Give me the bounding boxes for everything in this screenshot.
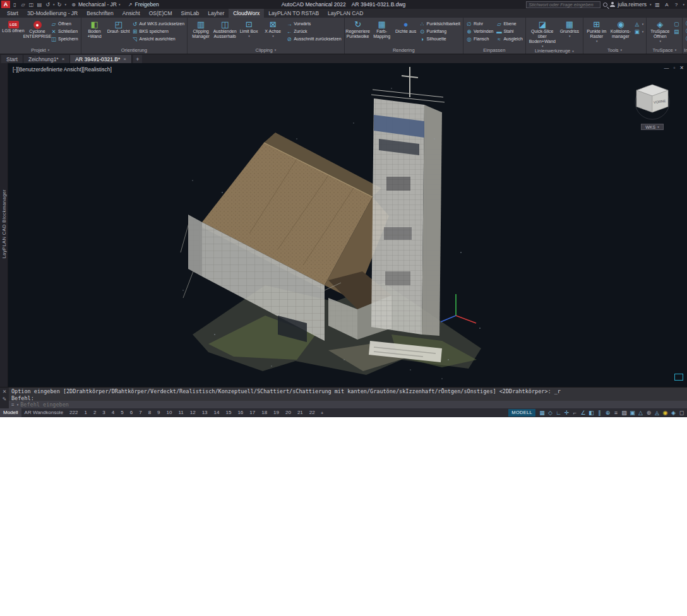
redo-icon[interactable]: ↻ — [56, 2, 63, 8]
app-store-cart-icon[interactable]: ▥ — [654, 2, 660, 8]
info-button-2[interactable]: ⓘ — [684, 28, 687, 35]
file-tab[interactable]: Start — [1, 55, 23, 63]
ausgleich-button[interactable]: ≈Ausgleich — [494, 35, 523, 42]
info-button-3[interactable]: ⓘ — [684, 35, 687, 42]
info-button-1[interactable]: ⓘ — [684, 20, 687, 27]
panel-label-clipping[interactable]: Clipping▾ — [189, 46, 342, 54]
chevron-down-icon[interactable]: ▾ — [569, 34, 571, 38]
truspace-oeffnen-button[interactable]: ◈ TruSpace Öffnen ▾ — [648, 18, 672, 46]
viewport-controls-label[interactable]: [-][Benutzerdefinierte Ansicht][Realisti… — [13, 66, 112, 73]
chevron-down-icon[interactable]: ▾ — [596, 39, 598, 43]
transparency-icon[interactable]: ▨ — [620, 410, 628, 416]
layout-tab[interactable]: AR Wandkonsole — [21, 408, 67, 417]
chevron-down-icon[interactable]: ▾ — [248, 34, 250, 38]
projekt-schliessen-button[interactable]: ✕Schließen — [49, 28, 80, 35]
share-button[interactable]: ↗ Freigeben — [124, 1, 161, 8]
help-icon[interactable]: ? — [672, 2, 679, 8]
autodesk-account-icon[interactable]: A — [663, 2, 670, 8]
silhouette-button[interactable]: ◑Silhouette — [418, 35, 462, 42]
rohr-button[interactable]: ∅Rohr — [465, 20, 495, 27]
layout-tab[interactable]: Modell — [0, 408, 21, 417]
viewcube[interactable]: VORNE WKS ▾ — [628, 81, 677, 130]
layout-tab[interactable]: 7 — [136, 408, 145, 417]
polar-tracking-icon[interactable]: ∠ — [579, 410, 587, 416]
tools-extra-button-1[interactable]: ◬▾ — [633, 20, 645, 27]
ribbon-tab[interactable]: Start — [3, 9, 23, 18]
layout-tab[interactable]: 4 — [109, 408, 117, 417]
workspace-switching-icon[interactable]: ⊛ — [645, 410, 653, 416]
punkte-im-raster-button[interactable]: ⊞ Punkte im Raster ▾ — [585, 18, 609, 46]
point-cloud-church-scene[interactable] — [0, 63, 687, 387]
ansicht-ausrichten-button[interactable]: ◹Ansicht ausrichten — [131, 35, 186, 42]
layout-tab[interactable]: 8 — [145, 408, 154, 417]
lgs-oeffnen-button[interactable]: LGS LGS öffnen — [1, 18, 25, 46]
palette-title[interactable]: LayPLAN CAD Blockmanager — [1, 189, 7, 258]
workspace-selector[interactable]: ⊛ Mechanical - JR ▾ — [68, 1, 122, 8]
help-dropdown-icon[interactable]: ▾ — [683, 3, 684, 6]
signed-in-user[interactable]: julia.reimers — [618, 1, 647, 8]
undo-dropdown-icon[interactable]: ▾ — [53, 3, 55, 6]
punktfang-button[interactable]: ⊙Punktfang — [418, 28, 462, 35]
new-drawing-tab-button[interactable]: + — [133, 55, 142, 63]
chevron-down-icon[interactable]: ▾ — [660, 39, 662, 43]
close-icon[interactable]: ✕ — [679, 65, 684, 71]
graphics-performance-icon[interactable]: ◈ — [669, 410, 678, 416]
flansch-button[interactable]: ◎Flansch — [465, 35, 495, 42]
search-input[interactable] — [526, 1, 600, 8]
ausschnitt-zuruecksetzen-button[interactable]: ⊘Ausschnitt zurücksetzen — [285, 35, 342, 42]
plot-icon[interactable]: ▤ — [36, 2, 43, 8]
panel-label-einpassen[interactable]: Einpassen — [465, 46, 524, 54]
isolate-objects-icon[interactable]: ◉ — [661, 410, 669, 416]
close-tab-icon[interactable]: × — [62, 56, 65, 62]
viewport-corner-widget[interactable] — [674, 374, 683, 381]
file-tab[interactable]: Zeichnung1* × — [23, 55, 70, 63]
ortho-mode-icon[interactable]: ⌐ — [571, 410, 579, 416]
close-tab-icon[interactable]: × — [123, 56, 126, 62]
viewcube-wks-menu[interactable]: WKS ▾ — [641, 124, 664, 130]
layout-tab[interactable]: 2 — [90, 408, 99, 417]
ribbon-tab[interactable]: Layher — [203, 9, 229, 18]
ribbon-tab[interactable]: OS(E)CM — [145, 9, 177, 18]
object-snap-icon[interactable]: ⊕ — [604, 410, 612, 416]
panel-label-projekt[interactable]: Projekt▾ — [1, 46, 80, 54]
layout-tab[interactable]: 6 — [127, 408, 136, 417]
layout-tab[interactable]: 19 — [270, 408, 282, 417]
vorwaerts-button[interactable]: →Vorwärts — [285, 20, 342, 27]
quick-slice-button[interactable]: ◪ Quick-Slice über Boden+Wand ▾ — [527, 18, 558, 48]
boden-wand-button[interactable]: ◧ Boden +Wand — [83, 18, 107, 46]
x-achse-button[interactable]: ⊠ X Achse ▾ — [261, 18, 285, 46]
bks-speichern-button[interactable]: ⊞BKS speichern — [131, 28, 186, 35]
object-snap-tracking-icon[interactable]: ∥ — [595, 410, 604, 416]
layout-tab[interactable]: 12 — [187, 408, 199, 417]
layout-tab[interactable]: 222 — [66, 408, 81, 417]
layout-tab[interactable]: 14 — [211, 408, 223, 417]
ribbon-tab[interactable]: SimLab — [177, 9, 204, 18]
punktsichtbarkeit-button[interactable]: ∴Punktsichtbarkeit — [418, 20, 462, 27]
palette-tab-strip[interactable]: LayPLAN CAD Blockmanager — [0, 63, 8, 387]
ebene-button[interactable]: ▱Ebene — [494, 20, 523, 27]
panel-label-rendering[interactable]: Rendering — [346, 46, 462, 54]
ribbon-tab[interactable]: CloudWorx — [229, 9, 264, 18]
clean-screen-icon[interactable]: ◻ — [678, 410, 686, 416]
redo-dropdown-icon[interactable]: ▾ — [65, 3, 67, 6]
panel-label-info[interactable]: Info▾ — [684, 46, 687, 54]
model-space-badge[interactable]: MODELL — [508, 409, 535, 417]
annotation-monitor-icon[interactable]: ◬ — [653, 410, 661, 416]
ribbon-tab[interactable]: LayPLAN CAD — [323, 9, 367, 18]
layout-tab[interactable]: 11 — [175, 408, 186, 417]
cyclone-enterprise-button[interactable]: Cyclone ENTERPRISE — [25, 18, 49, 46]
panel-label-linienwerkzeuge[interactable]: Linienwerkzeuge▾ — [527, 48, 582, 54]
projekt-speichern-button[interactable]: ◫Speichern — [49, 35, 80, 42]
layout-tab[interactable]: 3 — [99, 408, 108, 417]
close-command-window-icon[interactable]: ✕ — [3, 389, 7, 394]
layout-tab[interactable]: 18 — [258, 408, 270, 417]
layout-tab[interactable]: 21 — [294, 408, 306, 417]
verbinden-button[interactable]: ⊕Verbinden — [465, 28, 495, 35]
truspace-extra-button-2[interactable]: ▤ — [672, 28, 681, 35]
regeneriere-punktwolke-button[interactable]: ↻ Regeneriere Punktwolke — [346, 18, 370, 46]
dichte-aus-button[interactable]: ● Dichte aus — [394, 18, 418, 46]
kollisionsmanager-button[interactable]: ◉ Kollisions- manager — [609, 18, 633, 46]
draufsicht-button[interactable]: ◰ Drauf- sicht — [107, 18, 131, 46]
layout-tab[interactable]: 20 — [282, 408, 294, 417]
annotation-scale-icon[interactable]: △ — [636, 410, 645, 416]
